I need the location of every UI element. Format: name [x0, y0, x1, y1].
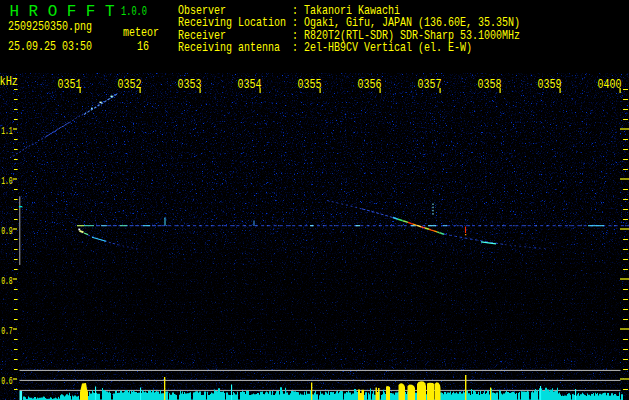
svg-text:0357: 0357 — [418, 77, 442, 92]
svg-text:1.0: 1.0 — [1, 175, 13, 187]
svg-text:kHz: kHz — [0, 74, 18, 89]
svg-text:0352: 0352 — [118, 77, 142, 92]
svg-text:1.0.0: 1.0.0 — [121, 5, 147, 19]
svg-text:0353: 0353 — [178, 77, 202, 92]
svg-text:H R O F F T: H R O F F T — [10, 2, 115, 21]
svg-text:0354: 0354 — [238, 77, 262, 92]
svg-text:2509250350.png: 2509250350.png — [8, 20, 92, 34]
svg-text:25.09.25 03:50: 25.09.25 03:50 — [8, 39, 92, 54]
svg-text:0355: 0355 — [298, 77, 322, 92]
svg-text:0400: 0400 — [598, 77, 622, 92]
svg-text:1.1: 1.1 — [1, 125, 13, 137]
svg-text::: : — [292, 40, 298, 55]
svg-text:0.8: 0.8 — [1, 275, 13, 287]
svg-text:0359: 0359 — [538, 77, 562, 92]
svg-text:2el-HB9CV Vertical (el. E-W): 2el-HB9CV Vertical (el. E-W) — [304, 40, 472, 55]
svg-text:16: 16 — [137, 39, 149, 54]
svg-text:0356: 0356 — [358, 77, 382, 92]
svg-text:0.9: 0.9 — [1, 225, 13, 237]
svg-text:0.6: 0.6 — [1, 375, 13, 387]
svg-text:0351: 0351 — [58, 77, 82, 92]
svg-text:0358: 0358 — [478, 77, 502, 92]
svg-text:0.7: 0.7 — [1, 325, 13, 337]
svg-text:Receiving antenna: Receiving antenna — [178, 40, 280, 55]
